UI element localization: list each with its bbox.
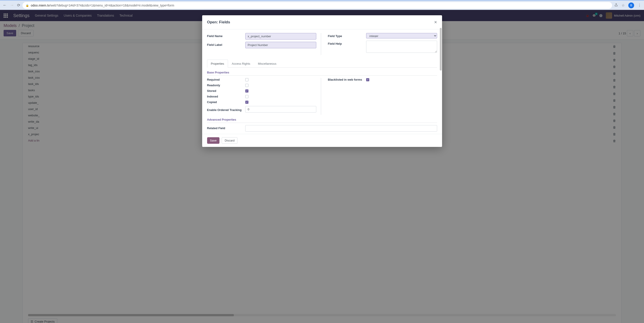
browser-forward-icon[interactable]: → [10,3,14,8]
share-icon[interactable] [614,3,618,8]
url-host: odoo.miem.tv [31,4,50,7]
stored-checkbox[interactable]: ✓ [245,90,248,92]
required-label: Required [207,78,245,81]
related-field-label: Related Field [207,125,245,130]
field-name-label: Field Name [207,33,245,38]
field-help-label: Field Help [328,41,366,45]
browser-reload-icon[interactable]: ⟳ [17,3,20,8]
enable-ordered-input[interactable] [245,106,316,112]
tab-access-rights[interactable]: Access Rights [228,60,254,68]
tab-miscellaneous[interactable]: Miscellaneous [254,60,280,68]
enable-ordered-label: Enable Ordered Tracking [207,107,245,112]
field-label-input[interactable] [245,42,316,48]
required-checkbox[interactable] [245,78,248,81]
modal-scrollbar[interactable] [440,28,442,134]
modal-title: Open: Fields [207,20,230,24]
field-label-label: Field Label [207,42,245,46]
readonly-checkbox[interactable] [245,84,248,87]
base-properties-title: Base Properties [207,68,437,76]
blacklisted-checkbox[interactable]: ✓ [366,78,369,81]
browser-profile-avatar[interactable]: B [628,2,634,8]
modal-backdrop[interactable]: Open: Fields × Field Name Field Label [0,10,644,323]
url-path: /web?debug=1#id=374&cids=1&menu_id=4&act… [50,4,174,7]
related-field-input[interactable] [245,125,437,132]
field-type-label: Field Type [328,33,366,38]
readonly-label: Readonly [207,84,245,87]
blacklisted-label: Blacklisted in web forms [328,78,366,81]
copied-checkbox[interactable]: ✓ [245,101,248,104]
indexed-label: Indexed [207,95,245,98]
stored-label: Stored [207,89,245,92]
browser-back-icon[interactable]: ← [3,3,7,8]
field-type-select[interactable]: integer [366,33,437,38]
field-name-input[interactable] [245,33,316,40]
field-help-textarea[interactable] [366,41,437,53]
bookmark-star-icon[interactable]: ☆ [622,3,625,8]
copied-label: Copied [207,100,245,104]
browser-menu-icon[interactable]: ⋮ [638,3,641,8]
modal-save-button[interactable]: Save [207,137,220,144]
lock-icon: 🔒 [26,4,29,7]
modal: Open: Fields × Field Name Field Label [202,15,442,147]
advanced-properties-title: Advanced Properties [207,115,437,123]
modal-discard-button[interactable]: Discard [222,137,238,144]
browser-chrome: ← → ⟳ 🔒 odoo.miem.tv/web?debug=1#id=374&… [0,0,644,10]
indexed-checkbox[interactable] [245,95,248,98]
address-bar[interactable]: 🔒 odoo.miem.tv/web?debug=1#id=374&cids=1… [22,2,612,9]
tabs: Properties Access Rights Miscellaneous [207,60,437,68]
close-icon[interactable]: × [434,19,437,25]
tab-properties[interactable]: Properties [207,60,228,68]
